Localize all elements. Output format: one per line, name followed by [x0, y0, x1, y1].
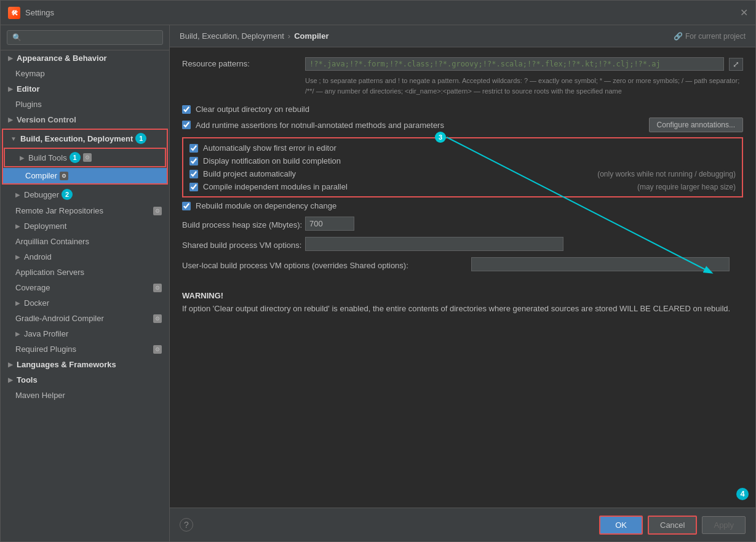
build-auto-label[interactable]: Build project automatically [203, 169, 296, 178]
arrow-icon: ▶ [15, 300, 20, 306]
sidebar-item-label: Build Tools [28, 153, 67, 162]
build-auto-checkbox[interactable] [189, 170, 198, 178]
build-auto-inner: Build project automatically [189, 169, 585, 178]
highlighted-section: Automatically show first error in editor… [182, 137, 743, 197]
sidebar-nav: ▶ Appearance & Behavior Keymap ▶ Editor … [1, 50, 169, 541]
auto-show-error-label[interactable]: Automatically show first error in editor [203, 143, 336, 153]
sidebar-item-app-servers[interactable]: Application Servers [1, 265, 169, 280]
sidebar-item-label: Coverage [15, 283, 50, 292]
compile-parallel-label[interactable]: Compile independent modules in parallel [203, 182, 348, 191]
footer-buttons: OK Cancel Apply 4 [599, 516, 746, 535]
sidebar-item-label: Required Plugins [15, 345, 76, 354]
sidebar-item-arquillian[interactable]: Arquillian Containers [1, 234, 169, 249]
compile-parallel-checkbox[interactable] [189, 183, 198, 191]
heap-size-row: Build process heap size (Mbytes): [182, 217, 743, 231]
add-runtime-inner: Add runtime assertions for notnull-annot… [182, 121, 649, 130]
sidebar-item-deployment[interactable]: ▶ Deployment [1, 218, 169, 234]
auto-show-error-row: Automatically show first error in editor [189, 143, 736, 153]
sidebar-item-label: Gradle-Android Compiler [15, 314, 104, 323]
sidebar-item-label: Deployment [24, 221, 66, 231]
clear-output-checkbox[interactable] [182, 105, 191, 114]
app-icon: 🛠 [8, 7, 20, 19]
sidebar-item-build-tools[interactable]: ▶ Build Tools 1 ⚙ [4, 148, 166, 167]
apply-wrapper: Apply [702, 516, 746, 534]
sidebar-item-required-plugins[interactable]: Required Plugins ⚙ [1, 341, 169, 357]
sidebar-item-label: Version Control [17, 115, 76, 124]
rebuild-module-label[interactable]: Rebuild module on dependency change [196, 201, 336, 210]
settings-icon: ⚙ [153, 284, 162, 292]
sidebar-item-label: Editor [17, 84, 40, 94]
search-input[interactable] [7, 30, 163, 45]
breadcrumb-path2: Compiler [294, 31, 328, 41]
sidebar-item-debugger[interactable]: ▶ Debugger 2 [1, 186, 169, 203]
user-vm-row: User-local build process VM options (ove… [182, 257, 743, 271]
sidebar-item-label: Docker [24, 298, 49, 308]
sidebar-item-label: Application Servers [15, 268, 84, 277]
clear-output-label[interactable]: Clear output directory on rebuild [196, 105, 309, 114]
help-button[interactable]: ? [180, 518, 193, 532]
sidebar-item-maven-helper[interactable]: Maven Helper [1, 388, 169, 403]
display-notification-checkbox[interactable] [189, 157, 198, 165]
arrow-icon: ▶ [15, 253, 20, 260]
rebuild-module-checkbox[interactable] [182, 202, 191, 210]
sidebar-item-compiler[interactable]: Compiler ⚙ [3, 168, 167, 183]
sidebar-item-languages[interactable]: ▶ Languages & Frameworks [1, 357, 169, 372]
arrow-icon: ▶ [8, 116, 13, 123]
sidebar-item-remote-jar[interactable]: Remote Jar Repositories ⚙ [1, 203, 169, 218]
cancel-button[interactable]: Cancel [648, 516, 697, 535]
add-runtime-checkbox[interactable] [182, 121, 191, 129]
settings-icon: ⚙ [153, 207, 162, 215]
add-runtime-label[interactable]: Add runtime assertions for notnull-annot… [196, 121, 444, 130]
sidebar-item-docker[interactable]: ▶ Docker [1, 295, 169, 311]
sidebar-item-build-exec[interactable]: ▼ Build, Execution, Deployment 1 [3, 130, 167, 147]
arrow-icon: ▶ [15, 223, 20, 229]
compile-parallel-note: (may require larger heap size) [637, 183, 736, 191]
rebuild-module-row: Rebuild module on dependency change [182, 201, 743, 210]
expand-button[interactable]: ⤢ [729, 58, 743, 71]
sidebar-item-tools[interactable]: ▶ Tools [1, 372, 169, 388]
build-auto-note: (only works while not running / debuggin… [597, 170, 736, 178]
resource-patterns-input[interactable] [305, 57, 724, 71]
sidebar-item-label: Appearance & Behavior [17, 54, 107, 63]
resource-input-wrapper: ⤢ [305, 57, 743, 71]
sidebar-item-label: Tools [17, 375, 38, 385]
hint-row: Use ; to separate patterns and ! to nega… [182, 73, 743, 96]
display-notification-label[interactable]: Display notification on build completion [203, 156, 341, 165]
sidebar-item-label: Arquillian Containers [15, 237, 89, 246]
user-vm-input[interactable] [471, 257, 730, 271]
close-button[interactable]: ✕ [740, 7, 748, 18]
project-link[interactable]: 🔗 For current project [674, 32, 746, 41]
sidebar-item-keymap[interactable]: Keymap [1, 66, 169, 81]
auto-show-error-checkbox[interactable] [189, 144, 198, 153]
breadcrumb-path1: Build, Execution, Deployment [180, 31, 284, 41]
sidebar-item-coverage[interactable]: Coverage ⚙ [1, 280, 169, 295]
compile-parallel-row: Compile independent modules in parallel … [189, 182, 736, 191]
clear-output-row: Clear output directory on rebuild [182, 105, 743, 114]
configure-annotations-button[interactable]: Configure annotations... [649, 118, 743, 132]
sidebar-item-gradle-android[interactable]: Gradle-Android Compiler ⚙ [1, 311, 169, 326]
sidebar-item-plugins[interactable]: Plugins [1, 97, 169, 112]
breadcrumb-separator: › [288, 31, 290, 41]
sidebar-item-java-profiler[interactable]: ▶ Java Profiler [1, 326, 169, 341]
settings-window: 🛠 Settings ✕ ▶ Appearance & Behavior Key… [0, 0, 756, 542]
shared-vm-input[interactable] [305, 237, 563, 251]
sidebar-item-version-control[interactable]: ▶ Version Control [1, 112, 169, 127]
build-auto-row: Build project automatically (only works … [189, 169, 736, 178]
warning-title: WARNING! [182, 291, 743, 300]
sidebar-item-appearance[interactable]: ▶ Appearance & Behavior [1, 50, 169, 66]
shared-vm-row: Shared build process VM options: [182, 237, 743, 251]
sidebar-item-label: Keymap [15, 69, 45, 78]
ok-button[interactable]: OK [599, 516, 643, 535]
main-content: ▶ Appearance & Behavior Keymap ▶ Editor … [1, 25, 755, 541]
user-vm-label: User-local build process VM options (ove… [182, 259, 471, 270]
main-panel: Build, Execution, Deployment › Compiler … [170, 25, 755, 541]
sidebar-item-label: Remote Jar Repositories [15, 206, 103, 215]
display-notification-row: Display notification on build completion [189, 156, 736, 165]
sidebar-item-editor[interactable]: ▶ Editor [1, 81, 169, 97]
sidebar-item-android[interactable]: ▶ Android [1, 249, 169, 265]
project-link-label: For current project [685, 32, 746, 41]
heap-size-input[interactable] [305, 217, 354, 231]
arrow-icon: ▶ [15, 191, 20, 198]
apply-button[interactable]: Apply [702, 516, 746, 534]
sidebar-item-label: Build, Execution, Deployment [20, 134, 133, 143]
